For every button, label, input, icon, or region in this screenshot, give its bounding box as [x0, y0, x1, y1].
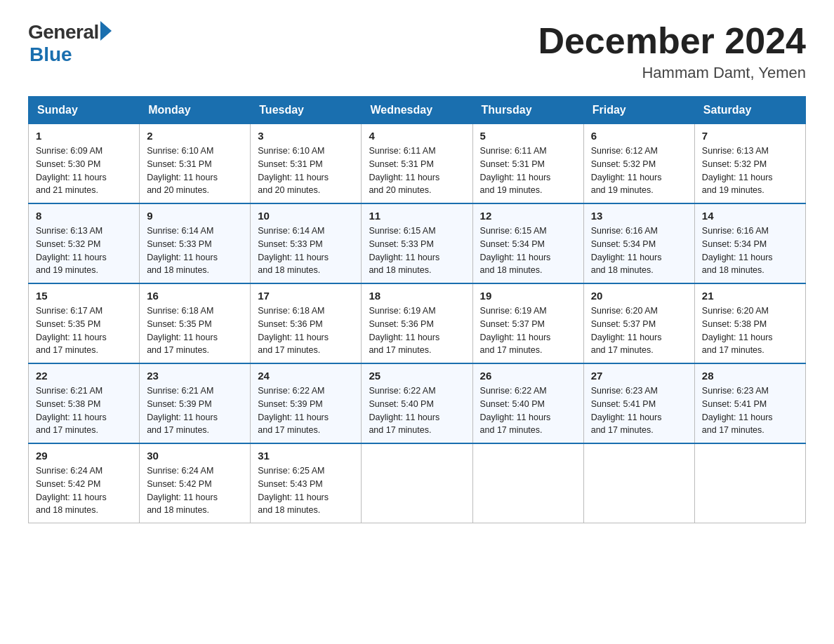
logo-general-text: General: [28, 21, 99, 43]
day-number: 30: [147, 450, 243, 462]
calendar-week-row: 15Sunrise: 6:17 AMSunset: 5:35 PMDayligh…: [29, 283, 806, 363]
day-number: 7: [702, 130, 798, 142]
day-info: Sunrise: 6:17 AMSunset: 5:35 PMDaylight:…: [36, 304, 132, 357]
title-section: December 2024 Hammam Damt, Yemen: [538, 21, 806, 82]
calendar-cell: 28Sunrise: 6:23 AMSunset: 5:41 PMDayligh…: [694, 363, 805, 443]
day-info: Sunrise: 6:24 AMSunset: 5:42 PMDaylight:…: [147, 464, 243, 517]
column-header-friday: Friday: [583, 97, 694, 124]
calendar-cell: 11Sunrise: 6:15 AMSunset: 5:33 PMDayligh…: [362, 203, 472, 283]
day-info: Sunrise: 6:10 AMSunset: 5:31 PMDaylight:…: [258, 145, 354, 197]
calendar-cell: 30Sunrise: 6:24 AMSunset: 5:42 PMDayligh…: [140, 443, 251, 523]
logo-arrow-icon: [100, 21, 112, 41]
logo-blue-text: Blue: [29, 43, 72, 66]
calendar-cell: 31Sunrise: 6:25 AMSunset: 5:43 PMDayligh…: [251, 443, 362, 523]
day-number: 20: [591, 290, 687, 302]
day-info: Sunrise: 6:15 AMSunset: 5:33 PMDaylight:…: [369, 224, 465, 277]
day-info: Sunrise: 6:13 AMSunset: 5:32 PMDaylight:…: [702, 145, 798, 197]
day-info: Sunrise: 6:11 AMSunset: 5:31 PMDaylight:…: [480, 145, 576, 197]
day-info: Sunrise: 6:19 AMSunset: 5:37 PMDaylight:…: [480, 304, 576, 357]
day-number: 10: [258, 210, 354, 222]
calendar-cell: 21Sunrise: 6:20 AMSunset: 5:38 PMDayligh…: [694, 283, 805, 363]
day-number: 2: [147, 130, 243, 142]
calendar-cell: 3Sunrise: 6:10 AMSunset: 5:31 PMDaylight…: [251, 124, 362, 204]
calendar-cell: 15Sunrise: 6:17 AMSunset: 5:35 PMDayligh…: [29, 283, 140, 363]
day-number: 3: [258, 130, 354, 142]
day-info: Sunrise: 6:23 AMSunset: 5:41 PMDaylight:…: [702, 384, 798, 437]
day-info: Sunrise: 6:21 AMSunset: 5:39 PMDaylight:…: [147, 384, 243, 437]
column-header-wednesday: Wednesday: [362, 97, 472, 124]
day-number: 9: [147, 210, 243, 222]
day-number: 26: [480, 370, 576, 382]
day-number: 6: [591, 130, 687, 142]
calendar-cell: 2Sunrise: 6:10 AMSunset: 5:31 PMDaylight…: [140, 124, 251, 204]
column-header-saturday: Saturday: [694, 97, 805, 124]
calendar-cell: 10Sunrise: 6:14 AMSunset: 5:33 PMDayligh…: [251, 203, 362, 283]
day-info: Sunrise: 6:11 AMSunset: 5:31 PMDaylight:…: [369, 145, 465, 197]
day-info: Sunrise: 6:25 AMSunset: 5:43 PMDaylight:…: [258, 464, 354, 517]
day-info: Sunrise: 6:16 AMSunset: 5:34 PMDaylight:…: [591, 224, 687, 277]
calendar-cell: 24Sunrise: 6:22 AMSunset: 5:39 PMDayligh…: [251, 363, 362, 443]
day-number: 23: [147, 370, 243, 382]
calendar-cell: 7Sunrise: 6:13 AMSunset: 5:32 PMDaylight…: [694, 124, 805, 204]
calendar-cell: [583, 443, 694, 523]
location-subtitle: Hammam Damt, Yemen: [538, 64, 806, 82]
calendar-cell: [362, 443, 472, 523]
day-number: 24: [258, 370, 354, 382]
calendar-cell: 18Sunrise: 6:19 AMSunset: 5:36 PMDayligh…: [362, 283, 472, 363]
calendar-week-row: 8Sunrise: 6:13 AMSunset: 5:32 PMDaylight…: [29, 203, 806, 283]
day-number: 15: [36, 290, 132, 302]
logo: General Blue: [28, 21, 112, 66]
calendar-cell: [694, 443, 805, 523]
day-info: Sunrise: 6:23 AMSunset: 5:41 PMDaylight:…: [591, 384, 687, 437]
day-number: 8: [36, 210, 132, 222]
day-info: Sunrise: 6:12 AMSunset: 5:32 PMDaylight:…: [591, 145, 687, 197]
calendar-cell: 29Sunrise: 6:24 AMSunset: 5:42 PMDayligh…: [29, 443, 140, 523]
calendar-cell: 12Sunrise: 6:15 AMSunset: 5:34 PMDayligh…: [472, 203, 583, 283]
calendar-week-row: 22Sunrise: 6:21 AMSunset: 5:38 PMDayligh…: [29, 363, 806, 443]
day-number: 27: [591, 370, 687, 382]
calendar-cell: 27Sunrise: 6:23 AMSunset: 5:41 PMDayligh…: [583, 363, 694, 443]
calendar-cell: 14Sunrise: 6:16 AMSunset: 5:34 PMDayligh…: [694, 203, 805, 283]
calendar-cell: 6Sunrise: 6:12 AMSunset: 5:32 PMDaylight…: [583, 124, 694, 204]
day-info: Sunrise: 6:20 AMSunset: 5:37 PMDaylight:…: [591, 304, 687, 357]
calendar-cell: 26Sunrise: 6:22 AMSunset: 5:40 PMDayligh…: [472, 363, 583, 443]
day-info: Sunrise: 6:21 AMSunset: 5:38 PMDaylight:…: [36, 384, 132, 437]
calendar-cell: 22Sunrise: 6:21 AMSunset: 5:38 PMDayligh…: [29, 363, 140, 443]
day-info: Sunrise: 6:18 AMSunset: 5:35 PMDaylight:…: [147, 304, 243, 357]
calendar-cell: 16Sunrise: 6:18 AMSunset: 5:35 PMDayligh…: [140, 283, 251, 363]
day-info: Sunrise: 6:22 AMSunset: 5:40 PMDaylight:…: [480, 384, 576, 437]
calendar-header-row: SundayMondayTuesdayWednesdayThursdayFrid…: [29, 97, 806, 124]
day-info: Sunrise: 6:19 AMSunset: 5:36 PMDaylight:…: [369, 304, 465, 357]
day-number: 19: [480, 290, 576, 302]
day-number: 31: [258, 450, 354, 462]
calendar-cell: [472, 443, 583, 523]
day-number: 18: [369, 290, 465, 302]
month-title: December 2024: [538, 21, 806, 61]
day-info: Sunrise: 6:15 AMSunset: 5:34 PMDaylight:…: [480, 224, 576, 277]
calendar-cell: 8Sunrise: 6:13 AMSunset: 5:32 PMDaylight…: [29, 203, 140, 283]
calendar-cell: 13Sunrise: 6:16 AMSunset: 5:34 PMDayligh…: [583, 203, 694, 283]
day-info: Sunrise: 6:18 AMSunset: 5:36 PMDaylight:…: [258, 304, 354, 357]
day-number: 13: [591, 210, 687, 222]
day-info: Sunrise: 6:13 AMSunset: 5:32 PMDaylight:…: [36, 224, 132, 277]
day-info: Sunrise: 6:14 AMSunset: 5:33 PMDaylight:…: [258, 224, 354, 277]
day-number: 29: [36, 450, 132, 462]
day-number: 16: [147, 290, 243, 302]
day-number: 4: [369, 130, 465, 142]
day-info: Sunrise: 6:20 AMSunset: 5:38 PMDaylight:…: [702, 304, 798, 357]
calendar-cell: 1Sunrise: 6:09 AMSunset: 5:30 PMDaylight…: [29, 124, 140, 204]
day-number: 11: [369, 210, 465, 222]
day-info: Sunrise: 6:14 AMSunset: 5:33 PMDaylight:…: [147, 224, 243, 277]
day-info: Sunrise: 6:10 AMSunset: 5:31 PMDaylight:…: [147, 145, 243, 197]
day-info: Sunrise: 6:24 AMSunset: 5:42 PMDaylight:…: [36, 464, 132, 517]
day-number: 25: [369, 370, 465, 382]
calendar-week-row: 29Sunrise: 6:24 AMSunset: 5:42 PMDayligh…: [29, 443, 806, 523]
day-number: 14: [702, 210, 798, 222]
calendar-cell: 23Sunrise: 6:21 AMSunset: 5:39 PMDayligh…: [140, 363, 251, 443]
calendar-table: SundayMondayTuesdayWednesdayThursdayFrid…: [28, 96, 806, 523]
column-header-sunday: Sunday: [29, 97, 140, 124]
column-header-monday: Monday: [140, 97, 251, 124]
calendar-week-row: 1Sunrise: 6:09 AMSunset: 5:30 PMDaylight…: [29, 124, 806, 204]
calendar-cell: 20Sunrise: 6:20 AMSunset: 5:37 PMDayligh…: [583, 283, 694, 363]
day-number: 21: [702, 290, 798, 302]
